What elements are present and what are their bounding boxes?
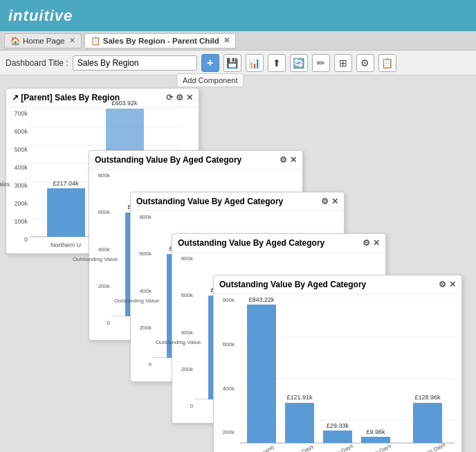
tab-active-close[interactable]: ✕	[223, 36, 230, 45]
panel-sales-close-icon[interactable]: ✕	[186, 93, 193, 102]
svg-text:£9.96k: £9.96k	[366, 428, 385, 435]
svg-text:£603.92k: £603.92k	[111, 100, 138, 107]
dashboard-title-input[interactable]	[73, 55, 197, 71]
app-logo: intuitive	[8, 7, 73, 25]
panel-ov4-close-icon[interactable]: ✕	[449, 280, 456, 289]
toolbar: Dashboard Title : + Add Component 💾 📊 ⬆ …	[0, 51, 476, 75]
panel-sales-icons: ⟳ ⚙ ✕	[166, 93, 193, 102]
panel-ov2-close-icon[interactable]: ✕	[331, 197, 338, 206]
upload-button[interactable]: ⬆	[268, 54, 286, 72]
panel-sales-refresh-icon[interactable]: ⟳	[166, 93, 173, 102]
svg-text:31-60 Days: 31-60 Days	[327, 442, 354, 452]
svg-text:£843.22k: £843.22k	[248, 296, 275, 303]
tab-active-label: Sales By Region - Parent Child	[103, 37, 219, 45]
svg-text:61-90 Days: 61-90 Days	[365, 442, 392, 452]
add-component-tooltip: Add Component	[176, 73, 244, 87]
svg-rect-8	[47, 188, 85, 237]
svg-text:£29.33k: £29.33k	[327, 422, 349, 429]
settings-button[interactable]: ⚙	[356, 54, 374, 72]
add-component-button[interactable]: +	[201, 54, 219, 72]
panel-ov4-title: Outstanding Value By Aged Category	[219, 280, 366, 289]
tab-home-label: Home Page	[23, 37, 65, 45]
panel-ov2-header: Outstanding Value By Aged Category ⚙ ✕	[131, 192, 344, 211]
report-button[interactable]: 📋	[378, 54, 396, 72]
tab-home[interactable]: 🏠 Home Page ✕	[4, 33, 82, 48]
panel-ov2-title: Outstanding Value By Aged Category	[136, 197, 283, 206]
chart-button[interactable]: 📊	[246, 54, 264, 72]
panel-ov1-gear-icon[interactable]: ⚙	[280, 155, 287, 165]
home-icon: 🏠	[10, 36, 20, 46]
main-content: ↗ [Parent] Sales By Region ⟳ ⚙ ✕ 700k 60…	[0, 75, 476, 452]
panel-ov3-gear-icon[interactable]: ⚙	[363, 238, 370, 248]
panel-ov1-header: Outstanding Value By Aged Category ⚙ ✕	[89, 151, 302, 170]
panel-ov3-close-icon[interactable]: ✕	[373, 238, 380, 248]
tab-bar: 🏠 Home Page ✕ 📋 Sales By Region - Parent…	[0, 31, 476, 51]
grid-button[interactable]: ⊞	[334, 54, 352, 72]
tab-active[interactable]: 📋 Sales By Region - Parent Child ✕	[84, 33, 236, 48]
panel-ov3-title: Outstanding Value By Aged Category	[178, 238, 324, 248]
svg-text:£217.04k: £217.04k	[53, 180, 79, 187]
panel-ov-4: Outstanding Value By Aged Category ⚙ ✕ 8…	[213, 275, 462, 452]
panel-ov4-header: Outstanding Value By Aged Category ⚙ ✕	[214, 275, 461, 294]
toolbar-label: Dashboard Title :	[6, 58, 68, 68]
panel-ov4-gear-icon[interactable]: ⚙	[439, 280, 446, 289]
svg-rect-38	[413, 403, 442, 443]
svg-rect-34	[323, 431, 352, 443]
svg-rect-36	[361, 437, 390, 443]
panel-sales-gear-icon[interactable]: ⚙	[176, 93, 183, 102]
save-button[interactable]: 💾	[223, 54, 241, 72]
panel-ov1-close-icon[interactable]: ✕	[290, 155, 297, 165]
svg-text:£121.91k: £121.91k	[286, 394, 313, 401]
svg-text:1-30 Days: 1-30 Days	[290, 443, 315, 452]
panel-sales-header: ↗ [Parent] Sales By Region ⟳ ⚙ ✕	[6, 89, 199, 107]
svg-rect-32	[285, 403, 314, 443]
refresh-button[interactable]: 🔄	[290, 54, 308, 72]
tab-home-close[interactable]: ✕	[69, 36, 75, 45]
panel-ov3-header: Outstanding Value By Aged Category ⚙ ✕	[172, 234, 385, 253]
edit-button[interactable]: ✏	[312, 54, 330, 72]
svg-text:Northern U: Northern U	[51, 242, 81, 248]
tab-active-icon: 📋	[91, 36, 100, 46]
svg-text:£128.96k: £128.96k	[414, 394, 441, 401]
panel-ov2-gear-icon[interactable]: ⚙	[321, 197, 329, 206]
svg-text:(Current): (Current)	[253, 444, 276, 452]
panel-ov1-title: Outstanding Value By Aged Category	[95, 155, 241, 165]
app-header: intuitive	[0, 0, 476, 31]
ov4-chart-svg: £843.22k £121.91k £29.33k £9.96k £128.96…	[236, 296, 459, 452]
panel-sales-title: ↗ [Parent] Sales By Region	[12, 93, 120, 102]
svg-rect-30	[247, 305, 276, 443]
